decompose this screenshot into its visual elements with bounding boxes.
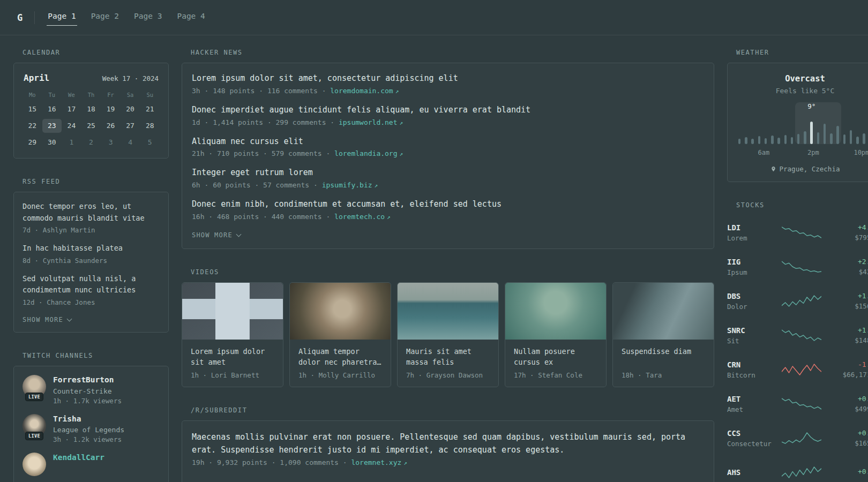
video-card[interactable]: Nullam posuere cursus ex 17h · Stefan Co… [505,282,607,387]
weather-card: Overcast Feels like 5°C 9° 6am2pm10pm Pr… [727,63,868,182]
calendar-day-header: Tu [42,92,62,102]
calendar-day-header: Su [140,92,160,102]
calendar-day-header: Fr [101,92,121,102]
hn-story-domain-link[interactable]: ipsumworld.net↗ [339,118,403,126]
weather-current-temp: 9° [807,102,815,110]
hn-story-title[interactable]: Donec imperdiet augue tincidunt felis al… [192,104,704,116]
rss-item-meta: 7d · Ashlyn Martin [23,226,160,234]
calendar-day: 27 [121,119,140,133]
stock-values: +4.35% $795.18 [834,223,868,242]
twitch-channel-name[interactable]: Trisha [53,414,124,425]
tab-page-2[interactable]: Page 2 [90,10,120,26]
tab-page-4[interactable]: Page 4 [176,10,206,26]
external-link-icon: ↗ [400,119,403,126]
stock-row[interactable]: DBS Dolor +1.42% $156.28 [727,284,868,318]
weather-bar [791,137,794,144]
twitch-channel-info: ForrestBurton Counter-Strike 1h · 1.7k v… [53,375,122,405]
weather-bar [758,136,761,144]
subreddit-section-title: /R/SUBREDDIT [191,406,714,414]
hn-show-more-button[interactable]: SHOW MORE [192,231,241,239]
show-more-label: SHOW MORE [23,316,63,323]
video-thumbnail[interactable] [613,283,714,340]
hn-story-title[interactable]: Integer eget rutrum lorem [192,167,704,179]
subreddit-post-domain-link[interactable]: loremnet.xyz↗ [351,458,407,466]
weather-bar [738,139,741,144]
stock-row[interactable]: AET Amet +0.92% $499.72 [727,387,868,421]
hn-story-domain-link[interactable]: loremdomain.com↗ [330,87,399,95]
video-thumbnail[interactable] [505,283,606,340]
stock-sparkline [782,328,821,342]
twitch-channel-name[interactable]: ForrestBurton [53,375,122,386]
video-title[interactable]: Aliquam tempor dolor nec pharetra… [298,346,382,367]
hn-story-title[interactable]: Aliquam nec cursus elit [192,136,704,148]
video-title[interactable]: Nullam posuere cursus ex [514,346,597,367]
weather-time-labels: 6am2pm10pm [736,149,868,156]
twitch-channel-name[interactable]: KendallCarr [53,453,104,463]
video-card[interactable]: Lorem ipsum dolor sit amet consectetu… 1… [182,282,283,387]
video-thumbnail[interactable] [398,283,498,340]
calendar-day: 29 [23,135,42,149]
hn-story-domain-link[interactable]: ipsumify.biz↗ [322,181,378,189]
stock-row[interactable]: CRN Bitcorn -1.00% $66,171.48 [727,352,868,387]
stock-name: Ipsum [727,268,769,276]
stock-row[interactable]: AHS +0.46% [727,455,868,482]
rss-widget: RSS FEED Donec tempor eros leo, ut commo… [13,178,169,333]
calendar-day: 24 [62,119,81,133]
stock-row[interactable]: CCS Consectetur +0.51% $165.84 [727,421,868,455]
hn-story-domain-link[interactable]: loremlandia.org↗ [334,149,403,157]
stock-ticker: AET [727,395,769,403]
video-title[interactable]: Suspendisse diam [622,346,705,367]
stock-row[interactable]: IIG Ipsum +2.84% $42.04 [727,250,868,284]
subreddit-post-title[interactable]: Maecenas mollis pulvinar erat non posuer… [192,431,704,456]
twitch-channel[interactable]: KendallCarr [23,453,160,476]
hn-story-title[interactable]: Donec enim nibh, condimentum et accumsan… [192,199,704,210]
stock-name: Bitcorn [727,371,769,379]
video-card[interactable]: Aliquam tempor dolor nec pharetra… 1h · … [289,282,391,387]
video-card[interactable]: Suspendisse diam 18h · Tara [612,282,714,387]
hacker-news-section-title: HACKER NEWS [191,49,714,56]
stock-row[interactable]: LDI Lorem +4.35% $795.18 [727,215,868,250]
stock-change: +0.51% [834,429,868,437]
show-more-label: SHOW MORE [192,231,233,239]
external-link-icon: ↗ [403,460,407,466]
video-card[interactable]: Mauris sit amet massa felis 7h · Grayson… [397,282,499,387]
twitch-channel-info: KendallCarr [53,453,104,476]
weather-bar [751,139,754,144]
video-thumbnail[interactable] [290,283,391,340]
stock-sparkline [782,294,821,308]
weather-location-text: Prague, Czechia [780,165,840,173]
rss-item-title[interactable]: Sed volutpat nulla nisl, a condimentum n… [23,273,160,296]
weather-feels-like: Feels like 5°C [736,87,868,95]
twitch-channel-info: Trisha League of Legends 3h · 1.2k viewe… [53,414,124,444]
tab-page-1[interactable]: Page 1 [47,10,77,26]
calendar-day: 4 [121,135,140,149]
calendar-widget: CALENDAR April Week 17 · 2024 MoTuWeThFr… [13,49,169,159]
stock-price: $499.72 [834,405,868,413]
external-link-icon: ↗ [400,150,403,157]
app-logo[interactable]: G [17,12,23,23]
weather-bar [856,137,859,144]
video-thumbnail[interactable] [182,283,283,340]
external-link-icon: ↗ [395,88,399,95]
hn-story-domain-link[interactable]: loremtech.co↗ [334,213,391,221]
stock-row[interactable]: SNRC Sit +1.36% $148.64 [727,318,868,352]
twitch-channel-meta: 1h · 1.7k viewers [53,397,122,405]
hn-story-title[interactable]: Lorem ipsum dolor sit amet, consectetur … [192,73,704,85]
rss-item-title[interactable]: In hac habitasse platea [23,243,160,254]
rss-item: Sed volutpat nulla nisl, a condimentum n… [23,273,160,306]
stock-change: +4.35% [834,223,868,231]
stock-id: CCS Consectetur [727,429,769,448]
stock-ticker: SNRC [727,326,769,335]
weather-bar [863,133,865,144]
video-title[interactable]: Lorem ipsum dolor sit amet consectetu… [191,346,274,367]
rss-show-more-button[interactable]: SHOW MORE [23,316,71,323]
tab-page-3[interactable]: Page 3 [133,10,163,26]
stock-name: Sit [727,337,769,345]
stock-name: Consectetur [727,440,769,448]
hn-story-meta: 1d · 1,414 points · 299 comments · ipsum… [192,118,704,126]
twitch-channel[interactable]: LIVE Trisha League of Legends 3h · 1.2k … [23,414,160,444]
twitch-channel[interactable]: LIVE ForrestBurton Counter-Strike 1h · 1… [23,375,160,405]
video-title[interactable]: Mauris sit amet massa felis [406,346,490,367]
hn-story-meta: 16h · 468 points · 440 comments · loremt… [192,213,704,221]
rss-item-title[interactable]: Donec tempor eros leo, ut commodo mauris… [23,201,160,224]
